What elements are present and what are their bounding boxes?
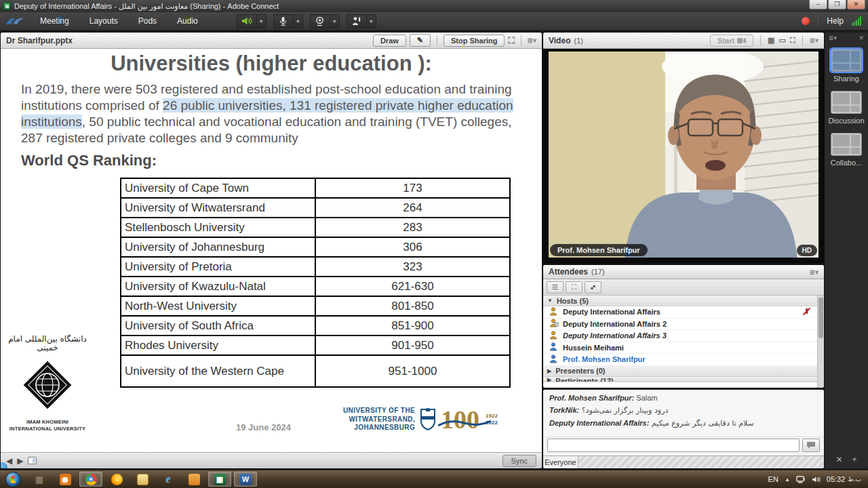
rank-cell: 851-900 (315, 316, 510, 336)
sync-button[interactable]: Sync (502, 455, 536, 467)
layout-panel-menu-icon[interactable]: ≣▾ (829, 35, 837, 41)
tab-everyone[interactable]: Everyone (543, 456, 578, 468)
pod-options-icon[interactable]: ≣▾ (528, 37, 536, 44)
fullscreen-icon[interactable]: ⛶ (508, 35, 514, 46)
grid-app-icon[interactable]: ▦ (28, 472, 51, 487)
close-layout-bar-icon[interactable]: ✕ (835, 455, 842, 464)
draw-button[interactable]: Draw (373, 35, 406, 47)
video-count: (1) (574, 37, 583, 45)
restore-button[interactable]: ❐ (828, 0, 846, 9)
microphone-dropdown-icon[interactable]: ▼ (294, 14, 303, 28)
pointer-tool-button[interactable]: ✎ (410, 34, 431, 47)
close-button[interactable]: ✕ (847, 0, 865, 9)
show-sidebar-icon[interactable] (28, 457, 37, 464)
hosts-group-header[interactable]: ▼Hosts (5) (543, 296, 817, 306)
layout-label: Sharing (827, 75, 865, 83)
list-view-icon[interactable]: ☰ (547, 281, 564, 293)
rank-cell: 306 (315, 237, 510, 257)
menu-audio[interactable]: Audio (167, 12, 208, 30)
network-icon[interactable] (796, 476, 806, 483)
attendee-status-view-icon[interactable]: 🙾 (585, 281, 601, 293)
university-cell: University of Johannesburg (121, 237, 315, 257)
raise-hand-icon[interactable] (347, 14, 367, 28)
internet-explorer-icon[interactable]: e (157, 472, 180, 487)
minimize-button[interactable]: – (809, 0, 827, 9)
chat-message: TorkNik: درود وبینار برگزار نمی‌شود؟ (549, 406, 818, 415)
layout-panel-close-icon[interactable]: ✕ (859, 35, 864, 41)
volume-icon[interactable] (812, 476, 821, 483)
slide-date: 19 June 2024 (214, 422, 313, 432)
attendee-row[interactable]: Prof. Mohsen Sharifpur (543, 354, 817, 366)
university-cell: University of the Western Cape (121, 355, 315, 387)
scrollbar-thumb[interactable] (818, 298, 823, 338)
office-icon[interactable] (182, 472, 205, 487)
firefox-icon[interactable] (105, 472, 128, 487)
rank-cell: 283 (315, 218, 510, 237)
microphone-icon[interactable] (273, 14, 294, 28)
chat-input[interactable] (547, 439, 800, 452)
previous-slide-button[interactable]: ◀ (6, 456, 12, 466)
table-row: University of Johannesburg306 (121, 237, 510, 257)
webcam-dropdown-icon[interactable]: ▼ (330, 14, 340, 28)
chat-message: Deputy International Affairs: سلام تا دق… (549, 419, 818, 428)
participants-group-header[interactable]: ▶Participants (12) (543, 377, 817, 382)
presenters-group-header[interactable]: ▶Presenters (0) (543, 366, 817, 377)
attendee-row[interactable]: Deputy International Affairs 3 (543, 330, 817, 342)
university-cell: North-West University (121, 296, 315, 316)
hidden-icons-chevron[interactable]: ▲ (785, 476, 790, 483)
adobe-connect-icon[interactable]: ▦ (208, 472, 231, 487)
word-icon[interactable]: W (234, 472, 257, 487)
media-player-icon[interactable]: ◉ (54, 472, 77, 487)
status-dropdown-icon[interactable]: ▼ (367, 14, 376, 28)
file-explorer-icon[interactable] (131, 472, 154, 487)
university-cell: University of Cape Town (121, 178, 315, 198)
chrome-icon[interactable] (79, 472, 102, 487)
menu-pods[interactable]: Pods (128, 12, 167, 30)
help-menu[interactable]: Help (827, 16, 844, 26)
send-message-icon[interactable] (802, 439, 820, 452)
layout-item-discussion[interactable]: Discussion (827, 91, 865, 125)
share-pod-tools: Draw ✎ Stop Sharing ⛶ ≣▾ (373, 34, 536, 47)
taskbar-icons: ▦◉e▦W (26, 472, 258, 487)
video-pod-tools: Start ▦ ▭ ⛶ ≣▾ (710, 35, 818, 47)
layout-item-collabo[interactable]: Collabo... (827, 133, 865, 167)
university-cell: University of Kwazulu-Natal (121, 277, 315, 296)
attendee-name: Deputy International Affairs (563, 308, 660, 316)
breakout-view-icon[interactable]: ⛶ (566, 281, 583, 293)
speaker-dropdown-icon[interactable]: ▼ (257, 14, 267, 28)
speaker-icon[interactable] (237, 14, 257, 28)
attendee-row[interactable]: Hussein Meihami (543, 342, 817, 354)
attendee-row[interactable]: Deputy International Affairs 2 (543, 319, 817, 331)
attendees-scrollbar[interactable] (817, 296, 824, 388)
grid-view-icon[interactable]: ▦ (768, 36, 774, 45)
stop-sharing-button[interactable]: Stop Sharing (443, 35, 505, 47)
start-button[interactable] (5, 472, 21, 487)
filmstrip-view-icon[interactable]: ▭ (778, 36, 785, 45)
clock[interactable]: 05:32 ب.ظ (827, 475, 861, 483)
drawing-disabled-icon (802, 307, 811, 317)
attendees-count: (17) (591, 268, 605, 276)
layout-label: Discussion (827, 117, 865, 125)
layout-item-sharing[interactable]: Sharing (827, 49, 865, 83)
divider (521, 35, 521, 46)
rank-cell: 323 (315, 257, 510, 277)
table-row: University of Cape Town173 (121, 178, 510, 198)
language-indicator[interactable]: EN (768, 475, 778, 483)
connection-signal-icon[interactable] (852, 16, 861, 26)
menu-items: MeetingLayoutsPodsAudio (30, 12, 208, 30)
add-layout-icon[interactable]: + (852, 455, 857, 464)
next-slide-button[interactable]: ▶ (17, 456, 23, 466)
video-pod-title: Video (549, 36, 570, 45)
chat-input-row (547, 438, 820, 453)
menu-meeting[interactable]: Meeting (30, 12, 79, 30)
menu-layouts[interactable]: Layouts (79, 12, 128, 30)
layout-thumbnail (831, 49, 862, 72)
ikiu-name: IMAM KHOMEINI INTERNATIONAL UNIVERSITY (6, 419, 89, 432)
video-fullscreen-icon[interactable]: ⛶ (790, 36, 795, 45)
start-webcam-button[interactable]: Start (710, 35, 753, 47)
pod-options-icon[interactable]: ≣▾ (810, 37, 818, 44)
attendee-row[interactable]: Deputy International Affairs (543, 306, 817, 319)
webcam-icon[interactable] (310, 14, 330, 28)
table-row: University of South Africa851-900 (121, 316, 510, 336)
pod-options-icon[interactable]: ≣▾ (810, 268, 818, 276)
